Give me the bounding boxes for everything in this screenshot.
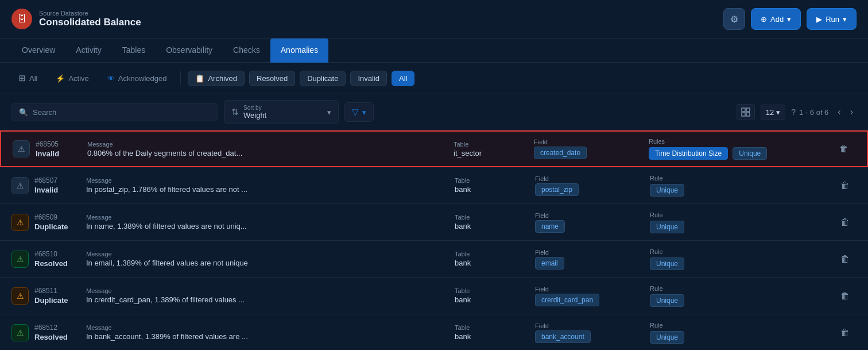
table-row[interactable]: ⚠ #68512 Resolved Message In bank_accoun… <box>0 314 868 350</box>
table-value: it_sector <box>454 149 534 157</box>
grid-view-button[interactable] <box>737 104 755 120</box>
status-resolved[interactable]: Resolved <box>249 71 295 86</box>
filter-active[interactable]: ⚡ Active <box>49 71 95 86</box>
anomaly-rules-col: Rule Unique <box>650 285 834 307</box>
filter-acknowledged[interactable]: 👁 Acknowledged <box>100 71 174 86</box>
rule-badge: Time Distribution Size <box>649 147 728 160</box>
table-row[interactable]: ⚠ #68507 Invalid Message In postal_zip, … <box>0 167 868 204</box>
bolt-icon: ⚡ <box>56 74 65 83</box>
anomaly-field-col: Field name <box>535 212 650 233</box>
message-label: Message <box>86 287 443 294</box>
anomaly-message-col: Message In email, 1.389% of filtered val… <box>86 251 455 267</box>
anomaly-field-col: Field email <box>535 249 650 270</box>
anomaly-field-col: Field bank_account <box>535 322 650 343</box>
filter-button[interactable]: ▽ ▾ <box>344 102 374 122</box>
page-size-button[interactable]: 12 ▾ <box>761 105 785 120</box>
anomaly-table-col: Table bank <box>455 287 535 304</box>
table-value: bank <box>455 185 535 194</box>
plus-circle-icon: ⊕ <box>761 15 767 24</box>
rules-label: Rule <box>650 285 834 292</box>
chevron-down-icon: ▾ <box>776 108 780 117</box>
message-value: In email, 1.389% of filtered values are … <box>86 259 443 267</box>
anomaly-field-col: Field crerdit_card_pan <box>535 286 650 306</box>
tab-overview[interactable]: Overview <box>11 39 65 63</box>
search-icon: 🔍 <box>19 108 28 117</box>
chevron-down-icon: ▾ <box>787 15 791 24</box>
anomaly-id: #68507 <box>34 176 58 184</box>
delete-button[interactable]: 🗑 <box>838 215 852 230</box>
message-label: Message <box>86 214 443 221</box>
rules-badges: Unique <box>650 220 834 233</box>
anomaly-actions-col: 🗑 <box>834 289 857 303</box>
rules-badges: Unique <box>650 183 834 197</box>
anomaly-id-group: #68510 Resolved <box>34 250 68 268</box>
anomaly-id-group: #68505 Invalid <box>36 140 59 158</box>
message-value: In name, 1.389% of filtered values are n… <box>86 222 443 230</box>
anomaly-id-group: #68507 Invalid <box>34 176 58 194</box>
warning-icon: ⚠ <box>17 181 24 190</box>
status-archived[interactable]: 📋 Archived <box>188 71 245 86</box>
rules-label: Rule <box>650 175 834 182</box>
row-inner: ⚠ #68505 Invalid Message 0.806% of the D… <box>13 138 855 160</box>
svg-rect-0 <box>742 108 745 111</box>
tab-checks[interactable]: Checks <box>223 39 270 63</box>
table-row[interactable]: ⚠ #68510 Resolved Message In email, 1.38… <box>0 241 868 278</box>
field-label: Field <box>535 286 650 293</box>
funnel-icon: ▽ <box>352 107 359 117</box>
field-label: Field <box>535 249 650 256</box>
anomaly-message-col: Message In name, 1.389% of filtered valu… <box>86 214 455 230</box>
status-duplicate[interactable]: Duplicate <box>300 71 346 86</box>
field-badge: postal_zip <box>535 183 579 196</box>
anomaly-actions-col: 🗑 <box>834 178 857 193</box>
pagination-info: ? 1 - 6 of 6 <box>791 107 828 117</box>
status-icon: ⚠ <box>11 177 29 194</box>
tab-activity[interactable]: Activity <box>65 39 111 63</box>
status-invalid[interactable]: Invalid <box>350 71 387 86</box>
table-row[interactable]: ⚠ #68511 Duplicate Message In crerdit_ca… <box>0 278 868 314</box>
table-label: Table <box>455 324 535 331</box>
delete-button[interactable]: 🗑 <box>838 252 852 267</box>
chevron-down-icon: ▾ <box>843 15 847 24</box>
anomaly-table: ⚠ #68505 Invalid Message 0.806% of the D… <box>0 130 868 350</box>
svg-rect-3 <box>746 113 750 116</box>
delete-button[interactable]: 🗑 <box>838 289 852 303</box>
anomaly-field-col: Field postal_zip <box>535 175 650 196</box>
status-icon: ⚠ <box>11 287 29 305</box>
delete-button[interactable]: 🗑 <box>838 178 852 193</box>
run-button[interactable]: ▶ Run ▾ <box>807 8 857 30</box>
table-row[interactable]: ⚠ #68509 Duplicate Message In name, 1.38… <box>0 204 868 241</box>
tab-tables[interactable]: Tables <box>112 39 156 63</box>
field-badge: name <box>535 220 565 233</box>
settings-button[interactable]: ⚙ <box>723 8 745 30</box>
status-icon: ⚠ <box>11 324 29 341</box>
header-title-group: Source Datastore Consolidated Balance <box>39 10 141 28</box>
tab-observability[interactable]: Observability <box>156 39 223 63</box>
delete-button[interactable]: 🗑 <box>838 325 852 340</box>
filter-all[interactable]: ⊞ All <box>11 70 44 87</box>
toolbar-right: 12 ▾ ? 1 - 6 of 6 ‹ › <box>737 104 857 120</box>
anomaly-id-group: #68509 Duplicate <box>34 213 68 231</box>
table-label: Table <box>455 251 535 257</box>
add-button[interactable]: ⊕ Add ▾ <box>751 8 801 30</box>
message-value: In crerdit_card_pan, 1.389% of filtered … <box>86 295 443 304</box>
anomaly-message-col: Message In bank_account, 1.389% of filte… <box>86 324 455 341</box>
search-input[interactable] <box>33 108 211 117</box>
anomaly-id: #68512 <box>34 324 68 332</box>
sort-box[interactable]: ⇅ Sort by Weight ▾ <box>224 100 339 124</box>
search-box[interactable]: 🔍 <box>11 103 218 121</box>
anomaly-actions-col: 🗑 <box>832 141 855 156</box>
table-row[interactable]: ⚠ #68505 Invalid Message 0.806% of the D… <box>0 130 868 167</box>
tab-anomalies[interactable]: Anomalies <box>270 39 328 63</box>
anomaly-status: Invalid <box>36 149 59 158</box>
table-label: Table <box>454 141 534 148</box>
next-page-button[interactable]: › <box>847 106 857 118</box>
status-all[interactable]: All <box>392 71 414 86</box>
prev-page-button[interactable]: ‹ <box>834 106 844 118</box>
filter-separator <box>180 71 181 85</box>
chevron-down-icon: ▾ <box>327 108 331 117</box>
delete-button[interactable]: 🗑 <box>837 141 851 156</box>
header-title: Consolidated Balance <box>39 17 141 28</box>
anomaly-field-col: Field created_date <box>534 139 649 159</box>
warning-icon: ⚠ <box>17 218 24 227</box>
row-inner: ⚠ #68510 Resolved Message In email, 1.38… <box>11 248 857 270</box>
